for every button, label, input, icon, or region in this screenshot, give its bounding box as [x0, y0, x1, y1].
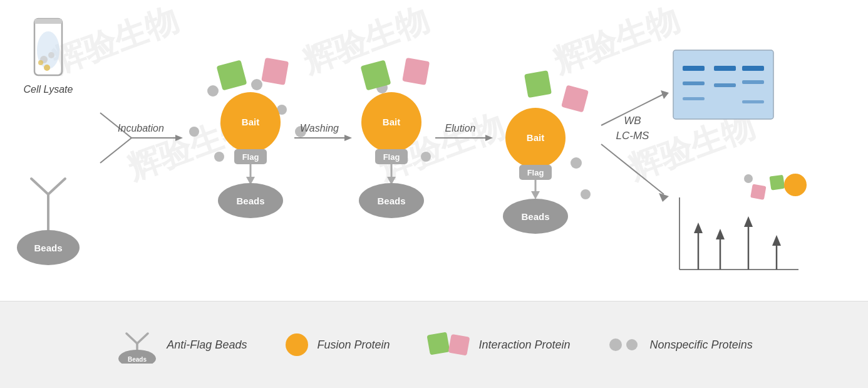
- svg-point-6: [38, 60, 43, 65]
- beads-label-1: Beads: [34, 243, 62, 253]
- svg-line-52: [601, 144, 664, 194]
- legend-bar: Beads Anti-Flag Beads Fusion Protein Int…: [0, 301, 868, 388]
- flag-label-2: Flag: [242, 152, 259, 162]
- beads-label-4: Beads: [521, 211, 549, 222]
- bait-label-2: Bait: [242, 117, 259, 127]
- beads-label-2: Beads: [236, 196, 264, 206]
- legend-fusion-protein: Fusion Protein: [284, 332, 390, 357]
- svg-rect-63: [673, 194, 798, 276]
- svg-point-5: [44, 65, 50, 71]
- svg-rect-84: [427, 332, 450, 355]
- svg-rect-58: [683, 81, 705, 85]
- svg-rect-1: [34, 19, 62, 24]
- svg-marker-53: [659, 193, 669, 202]
- svg-line-9: [48, 179, 65, 194]
- svg-rect-85: [448, 334, 470, 356]
- bait-label-4: Bait: [527, 132, 544, 143]
- beads-label-3: Beads: [377, 196, 405, 206]
- svg-point-83: [286, 333, 308, 356]
- legend-beads-icon: Beads: [115, 326, 159, 364]
- svg-point-15: [207, 85, 219, 97]
- legend-nonspecific-label: Nonspecific Proteins: [650, 338, 753, 352]
- svg-line-79: [127, 333, 137, 343]
- svg-rect-62: [742, 100, 764, 103]
- incubation-label: Incubation: [118, 123, 164, 134]
- svg-rect-61: [683, 97, 705, 100]
- svg-point-4: [48, 52, 54, 58]
- svg-rect-75: [769, 175, 785, 191]
- elution-label: Elution: [445, 123, 476, 134]
- svg-rect-57: [742, 66, 764, 71]
- svg-rect-41: [524, 70, 552, 98]
- wb-label: WB: [624, 115, 641, 127]
- legend-anti-flag-label: Anti-Flag Beads: [167, 338, 247, 352]
- svg-line-8: [31, 179, 48, 194]
- svg-point-31: [421, 152, 431, 162]
- svg-marker-14: [175, 135, 183, 141]
- svg-rect-22: [261, 58, 289, 85]
- svg-marker-40: [485, 135, 493, 141]
- legend-nonspecific-icon: [608, 335, 643, 354]
- main-diagram: Cell Lysate Beads Incubation Bait Flag B…: [0, 0, 868, 301]
- svg-rect-56: [714, 66, 736, 71]
- svg-point-18: [189, 127, 199, 137]
- svg-point-48: [571, 157, 582, 169]
- svg-rect-60: [742, 80, 764, 84]
- legend-interaction-label: Interaction Protein: [478, 338, 570, 352]
- flag-label-3: Flag: [383, 152, 400, 162]
- legend-interaction-icon: [427, 332, 471, 357]
- svg-text:Beads: Beads: [128, 356, 147, 363]
- svg-point-86: [609, 338, 622, 351]
- svg-point-16: [251, 79, 262, 90]
- svg-point-20: [214, 152, 224, 162]
- legend-anti-flag-beads: Beads Anti-Flag Beads: [115, 326, 247, 364]
- svg-line-12: [100, 138, 132, 163]
- svg-rect-42: [561, 85, 589, 112]
- svg-rect-55: [683, 66, 705, 71]
- svg-marker-46: [531, 191, 540, 199]
- svg-rect-21: [217, 60, 247, 91]
- svg-line-80: [137, 333, 148, 343]
- flag-label-4: Flag: [527, 168, 544, 177]
- svg-rect-33: [402, 58, 430, 85]
- bait-label-3: Bait: [383, 117, 400, 127]
- svg-point-49: [581, 189, 591, 199]
- svg-marker-29: [344, 135, 352, 141]
- legend-interaction-protein: Interaction Protein: [427, 332, 570, 357]
- legend-fusion-label: Fusion Protein: [317, 338, 390, 352]
- svg-point-77: [744, 174, 753, 183]
- lcms-label: LC-MS: [616, 130, 650, 142]
- legend-nonspecific: Nonspecific Proteins: [608, 335, 753, 354]
- washing-label: Washing: [300, 123, 339, 134]
- cell-lysate-label: Cell Lysate: [24, 84, 73, 95]
- svg-point-76: [784, 174, 807, 196]
- svg-rect-74: [750, 184, 766, 199]
- legend-fusion-icon: [284, 332, 309, 357]
- svg-point-87: [626, 339, 638, 350]
- svg-rect-59: [714, 83, 736, 87]
